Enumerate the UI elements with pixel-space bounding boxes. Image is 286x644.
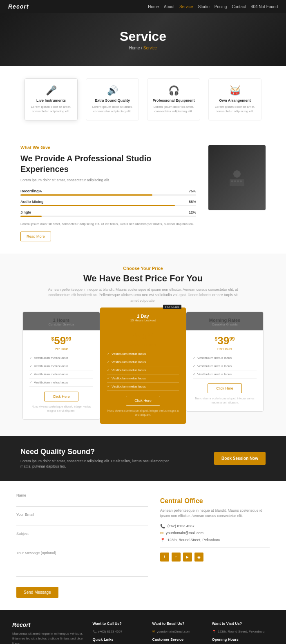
headphones-icon: 🎧 [152,85,195,96]
wwg-extra-desc: Lorem ipsum dolor sit amet, consectetur … [20,222,196,227]
nav-service[interactable]: Service [179,4,193,9]
hero-section: Service Home / Service [0,13,286,66]
progress-fill-0 [20,194,152,196]
card-btn-0[interactable]: Click Here [44,392,78,401]
progress-value-1: 88% [189,200,196,204]
footer-phone: (+62) 8123 4567 [98,630,123,633]
what-we-give-section: What We Give We Provide A Professional S… [0,133,286,254]
form-group-email: Your Email [16,513,148,526]
social-youtube[interactable]: ▶ [183,553,192,562]
footer-about-text: Maecenas sit amet neque in mi tempus veh… [12,631,85,644]
office-address: 123th, Round Street, Pekanbaru [168,538,220,542]
feature-0-2: Vestibulum metus lacus [29,370,93,379]
nav-contact[interactable]: Contact [232,4,246,9]
period-0: Per Hour [23,347,100,351]
nav-logo[interactable]: Recort [8,3,29,10]
footer-call-title: Want to Call Us? [93,622,144,626]
progress-jingle: Jingle 12% [20,210,196,217]
progress-label-1: Audio Mixing [20,200,44,204]
form-group-name: Name [16,493,148,507]
svg-point-3 [234,180,236,183]
pricing-title: We Have Best Price For You [16,273,270,284]
footer-hours-title: Opening Hours [212,637,274,642]
price-card-0: 1 Hours Curabitur Gravida $5999 Per Hour… [22,312,100,420]
service-item-0: 🎤 Live Instruments Lorem ipsum dolor sit… [25,78,78,120]
feature-0-1: Vestibulum metus lacus [29,362,93,370]
cta-text: Need Quality Sound? Lorem ipsum dolor si… [20,448,176,470]
contact-info: Central Office Aenean pellentesque in ne… [160,493,270,598]
wwg-label: What We Give [20,145,196,150]
service-desc-0: Lorem ipsum dolor sit amet, consectetur … [30,105,72,114]
subject-input[interactable] [16,537,148,545]
service-title-2: Professional Equipment [152,98,195,103]
progress-fill-1 [20,205,175,206]
amount-2: 39 [217,334,229,347]
social-facebook[interactable]: f [160,553,169,562]
card-footer-1: Nunc viverra scelerisque aliquet, intege… [101,406,185,417]
studio-image [208,145,266,210]
nav-404[interactable]: 404 Not Found [251,4,278,9]
price-amount-2: $3999 Per Hours [186,330,263,354]
social-twitter[interactable]: t [172,553,181,562]
features-2: Vestibulum metus lacus Vestibulum metus … [186,354,263,379]
message-input[interactable] [16,556,148,577]
office-email: yourdomain@mail.com [166,531,203,535]
feature-1-4: Vestibulum metus lacus [107,383,179,391]
cents-1: 99 [147,332,153,338]
card-header-1: 1 Day 10 Hours Lockout [101,308,185,326]
card-btn-1[interactable]: Click Here [126,396,160,406]
footer-email: yourdomain@mail.com [157,630,190,633]
nav-studio[interactable]: Studio [198,4,209,9]
breadcrumb: Home / Service [129,46,157,50]
service-item-2: 🎧 Professional Equipment Lorem ipsum dol… [147,78,200,120]
send-button[interactable]: Send Message [16,587,58,598]
feature-0-0: Vestibulum metus lacus [29,354,93,362]
office-phone: (+62) 8123 4567 [168,524,194,528]
cta-button[interactable]: Book Session Now [214,452,266,465]
phone-icon: 📞 [160,524,165,528]
card-header-0: 1 Hours Curabitur Gravida [23,312,100,330]
price-card-2: Morning Rates Curabitur Gravida $3999 Pe… [186,312,264,412]
office-desc: Aenean pellentesque in neque at blandit.… [160,508,270,519]
email-input[interactable] [16,518,148,526]
speaker-icon: 🔊 [91,85,134,96]
plan-sub-0: Curabitur Gravida [27,323,96,326]
card-btn-2[interactable]: Click Here [208,383,242,393]
read-more-button[interactable]: Read More [20,232,51,241]
footer: Recort Maecenas sit amet neque in mi tem… [0,610,286,644]
progress-value-0: 75% [189,189,196,193]
wwg-title: We Provide A Professional Studio Experie… [20,153,196,174]
nav-about[interactable]: About [164,4,174,9]
progress-bar-1 [20,205,196,206]
office-title: Central Office [160,497,270,505]
progress-recording: Recording% 75% [20,189,196,196]
nav-links: Home About Service Studio Pricing Contac… [148,4,278,9]
nav-home[interactable]: Home [148,4,159,9]
period-1: 10 Hours Lockout [101,343,185,347]
breadcrumb-home[interactable]: Home [129,46,140,50]
pricing-section: Choose Your Price We Have Best Price For… [0,254,286,436]
service-title-0: Live Instruments [30,98,72,103]
drums-icon: 🥁 [214,85,256,96]
nav-pricing[interactable]: Pricing [214,4,227,9]
svg-point-0 [233,170,241,178]
feature-1-0: Vestibulum metus lacus [107,350,179,358]
plan-sub-1: 10 Hours Lockout [105,319,181,322]
breadcrumb-current: Service [143,46,157,50]
price-card-1: POPULAR 1 Day 10 Hours Lockout $8999 10 … [100,308,186,424]
wwg-content: What We Give We Provide A Professional S… [20,145,196,241]
footer-customer-title: Customer Service [152,637,204,642]
footer-address: 123th, Round Street, Pekanbaru [218,630,265,633]
feature-1-1: Vestibulum metus lacus [107,358,179,366]
social-rss[interactable]: ◉ [194,553,203,562]
name-label: Name [16,493,148,497]
price-amount-0: $5999 Per Hour [23,330,100,354]
contact-form: Name Your Email Subject Your Message (op… [16,493,148,598]
price-amount-1: $8999 10 Hours Lockout [101,326,185,350]
contact-address: 📍 123th, Round Street, Pekanbaru [160,538,270,542]
services-icons-section: 🎤 Live Instruments Lorem ipsum dolor sit… [0,66,286,133]
feature-2-2: Vestibulum metus lacus [193,370,257,379]
cents-2: 99 [229,336,235,342]
name-input[interactable] [16,499,148,507]
amount-0: 59 [54,334,66,347]
